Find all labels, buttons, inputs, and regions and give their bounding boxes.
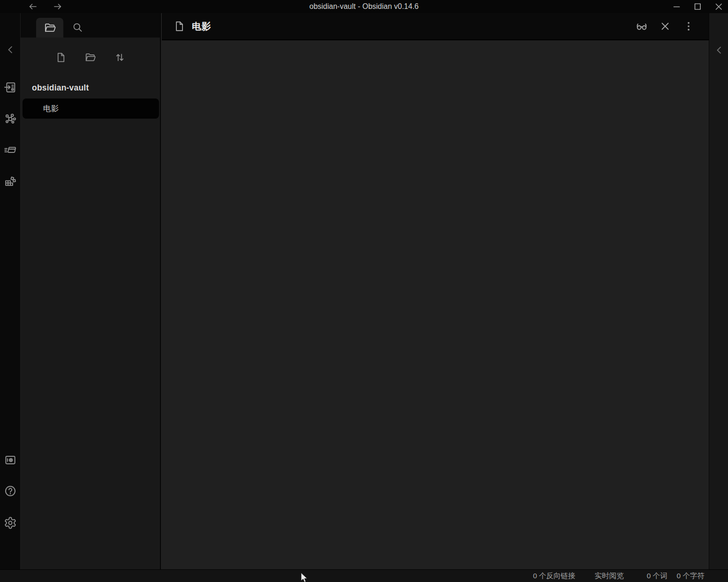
folder-tab-icon	[44, 22, 56, 34]
minimize-icon[interactable]	[671, 1, 682, 12]
right-sidebar-strip	[709, 13, 728, 569]
document-icon	[173, 20, 185, 32]
file-row-selected[interactable]: 电影	[23, 98, 159, 119]
left-ribbon	[0, 13, 21, 569]
more-options-kebab-icon[interactable]	[682, 19, 696, 33]
vault-name[interactable]: obsidian-vault	[32, 82, 89, 94]
explorer-actions	[21, 50, 160, 65]
maximize-icon[interactable]	[692, 1, 703, 12]
editor-tab-title: 电影	[192, 20, 211, 33]
vault-switcher-icon[interactable]	[4, 454, 17, 467]
obsidian-window: obsidian-vault - Obsidian v0.14.6	[0, 0, 728, 582]
statusbar: 0 个反向链接 实时阅览 0 个词 0 个字符	[0, 569, 728, 582]
status-editor-mode[interactable]: 实时阅览	[595, 571, 624, 581]
explorer-tab-header	[21, 13, 160, 38]
new-folder-icon[interactable]	[84, 52, 96, 63]
mouse-cursor	[301, 573, 309, 582]
titlebar: obsidian-vault - Obsidian v0.14.6	[0, 0, 728, 13]
status-backlinks-count: 0 个反向链接	[533, 571, 575, 581]
grid-blocks-icon[interactable]	[4, 175, 17, 188]
help-icon[interactable]	[4, 484, 17, 498]
reading-mode-glasses-icon[interactable]	[635, 19, 649, 33]
window-title: obsidian-vault - Obsidian v0.14.6	[0, 0, 728, 13]
status-word-count: 0 个词	[647, 571, 667, 581]
close-pane-icon[interactable]	[658, 19, 672, 33]
graph-view-icon[interactable]	[4, 112, 17, 125]
editor-pane: 电影	[162, 13, 709, 569]
card-stack-icon[interactable]	[4, 144, 17, 157]
close-icon[interactable]	[713, 1, 724, 12]
status-char-count: 0 个字符	[677, 571, 705, 581]
expand-right-sidebar-icon[interactable]	[713, 44, 726, 57]
tab-search[interactable]	[67, 18, 89, 38]
tab-file-explorer[interactable]	[36, 18, 63, 38]
file-explorer-pane: obsidian-vault 电影	[21, 13, 161, 569]
sort-order-icon[interactable]	[114, 52, 126, 63]
settings-gear-icon[interactable]	[4, 516, 17, 529]
search-icon	[72, 22, 84, 34]
open-note-arrow-icon[interactable]	[4, 81, 17, 94]
collapse-left-sidebar-icon[interactable]	[4, 43, 17, 56]
note-editor-content[interactable]	[162, 41, 709, 569]
new-file-icon[interactable]	[55, 52, 67, 63]
editor-header: 电影	[162, 13, 709, 40]
